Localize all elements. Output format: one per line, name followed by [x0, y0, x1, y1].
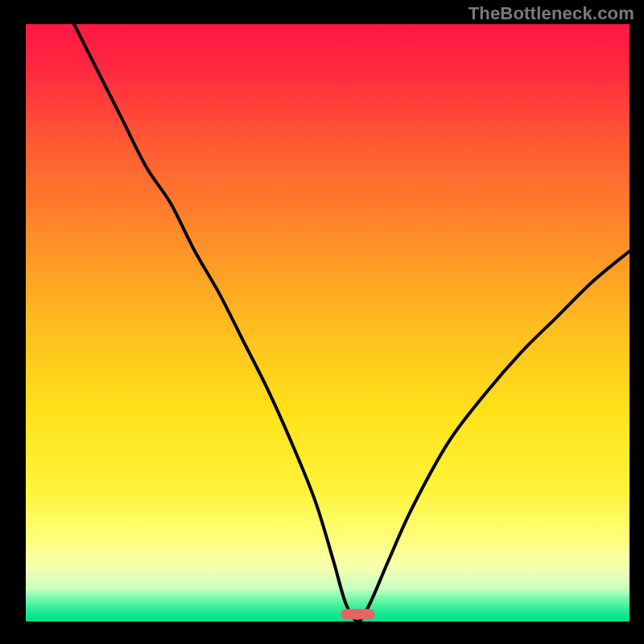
watermark-text: TheBottleneck.com — [469, 3, 634, 24]
plot-background — [26, 24, 630, 621]
chart-svg — [0, 0, 644, 644]
chart-container: { "watermark": "TheBottleneck.com", "col… — [0, 0, 644, 644]
optimal-range-marker — [341, 609, 375, 620]
